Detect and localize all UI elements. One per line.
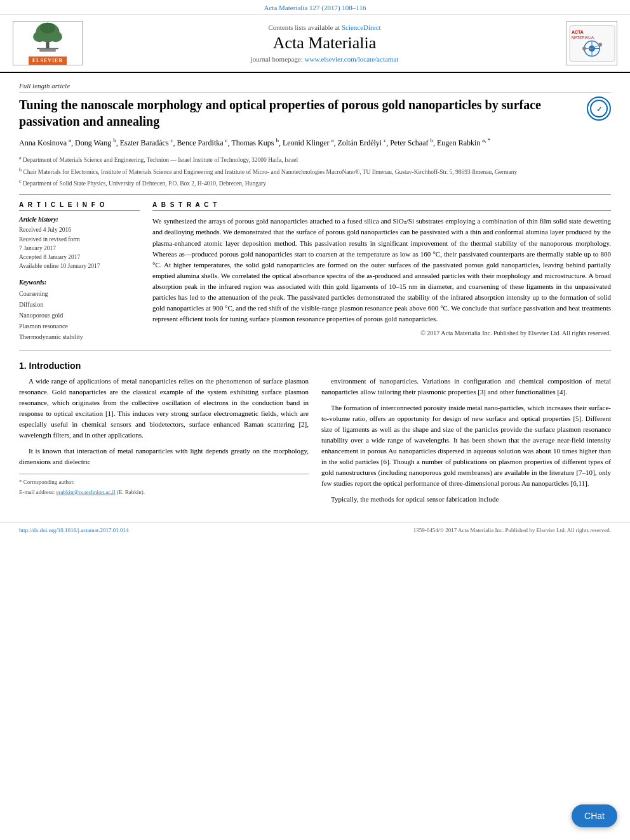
intro-col-right: environment of nanoparticles. Variations… xyxy=(321,376,611,510)
keywords-list: Coarsening Diffusion Nanoporous gold Pla… xyxy=(19,288,140,342)
svg-text:✓: ✓ xyxy=(596,105,602,113)
article-history-label: Article history: xyxy=(19,216,140,223)
info-abstract-section: A R T I C L E I N F O Article history: R… xyxy=(19,201,611,342)
footnote-area: * Corresponding author. E-mail address: … xyxy=(19,474,309,497)
svg-point-4 xyxy=(40,23,55,34)
chat-button[interactable]: CHat xyxy=(572,804,617,827)
intro-col-left: A wide range of applications of metal na… xyxy=(19,376,309,510)
available-online-date: Available online 10 January 2017 xyxy=(19,262,140,270)
svg-text:MATERIALIA: MATERIALIA xyxy=(572,35,594,39)
acta-logo-box: ACTA MATERIALIA xyxy=(566,21,617,65)
page: Acta Materialia 127 (2017) 108–116 xyxy=(0,0,630,840)
journal-citation-bar: Acta Materialia 127 (2017) 108–116 xyxy=(0,0,630,15)
article-type-label: Full length article xyxy=(19,82,611,93)
journal-center-header: Contents lists available at ScienceDirec… xyxy=(89,23,560,63)
article-title: Tuning the nanoscale morphology and opti… xyxy=(19,97,580,130)
article-body: Full length article Tuning the nanoscale… xyxy=(0,73,630,523)
issn-copyright: 1359-6454/© 2017 Acta Materialia Inc. Pu… xyxy=(413,527,611,533)
elsevier-tree-icon xyxy=(16,22,79,54)
crossmark-icon: ✓ xyxy=(589,99,608,118)
contents-available-line: Contents lists available at ScienceDirec… xyxy=(89,23,560,31)
affiliations: a Department of Materials Science and En… xyxy=(19,154,611,188)
elsevier-logo-area: ELSEVIER xyxy=(13,21,89,65)
page-footer: http://dx.doi.org/10.1016/j.actamat.2017… xyxy=(0,523,630,537)
journal-homepage-link[interactable]: www.elsevier.com/locate/actamat xyxy=(305,55,399,63)
keywords-label: Keywords: xyxy=(19,279,140,286)
abstract-header: A B S T R A C T xyxy=(152,201,611,211)
keyword-item: Coarsening xyxy=(19,288,140,299)
keyword-item: Thermodynamic stability xyxy=(19,331,140,342)
journal-citation: Acta Materialia 127 (2017) 108–116 xyxy=(264,4,366,11)
keyword-item: Diffusion xyxy=(19,299,140,310)
corresponding-author-note: * Corresponding author. xyxy=(19,478,309,487)
authors-line: Anna Kosinova a, Dong Wang b, Eszter Bar… xyxy=(19,136,611,149)
section-divider xyxy=(19,194,611,195)
acta-materialia-icon: ACTA MATERIALIA xyxy=(568,23,616,64)
received-revised-date: Received in revised form7 January 2017 xyxy=(19,235,140,253)
homepage-line: journal homepage: www.elsevier.com/locat… xyxy=(89,55,560,63)
section-divider-2 xyxy=(19,350,611,350)
article-info-header: A R T I C L E I N F O xyxy=(19,201,140,211)
sciencedirect-link[interactable]: ScienceDirect xyxy=(342,23,381,31)
intro-para-r2: The formation of interconnected porosity… xyxy=(321,403,611,489)
intro-para-2: It is known that interaction of metal na… xyxy=(19,446,309,467)
author-email-link[interactable]: erabkin@tx.technion.ac.il xyxy=(56,489,115,495)
keywords-section: Keywords: Coarsening Diffusion Nanoporou… xyxy=(19,279,140,342)
intro-para-r3: Typically, the methods for optical senso… xyxy=(321,494,611,505)
affiliation-a: a Department of Materials Science and En… xyxy=(19,154,611,164)
accepted-date: Accepted 8 January 2017 xyxy=(19,253,140,262)
article-title-row: Tuning the nanoscale morphology and opti… xyxy=(19,97,611,130)
doi-link[interactable]: http://dx.doi.org/10.1016/j.actamat.2017… xyxy=(19,527,129,533)
abstract-col: A B S T R A C T We synthesized the array… xyxy=(152,201,611,342)
introduction-body: A wide range of applications of metal na… xyxy=(19,376,611,510)
affiliation-c: c Department of Solid State Physics, Uni… xyxy=(19,178,611,188)
journal-header: ELSEVIER Contents lists available at Sci… xyxy=(0,15,630,73)
received-date: Received 4 July 2016 xyxy=(19,225,140,234)
svg-text:ACTA: ACTA xyxy=(572,29,584,34)
keyword-item: Plasmon resonance xyxy=(19,321,140,331)
article-info-col: A R T I C L E I N F O Article history: R… xyxy=(19,201,140,342)
journal-title: Acta Materialia xyxy=(89,34,560,53)
svg-point-3 xyxy=(50,31,62,42)
elsevier-logo-box: ELSEVIER xyxy=(13,21,83,65)
abstract-paragraph: We synthesized the arrays of porous gold… xyxy=(152,216,611,324)
affiliation-b: b Chair Materials for Electronics, Insti… xyxy=(19,166,611,177)
keyword-item: Nanoporous gold xyxy=(19,310,140,321)
elsevier-wordmark: ELSEVIER xyxy=(29,57,67,65)
section-1-title: 1. Introduction xyxy=(19,361,611,371)
copyright-line: © 2017 Acta Materialia Inc. Published by… xyxy=(152,328,611,338)
email-note: E-mail address: erabkin@tx.technion.ac.i… xyxy=(19,488,309,497)
svg-rect-6 xyxy=(39,49,56,52)
intro-para-1: A wide range of applications of metal na… xyxy=(19,376,309,441)
intro-para-r1: environment of nanoparticles. Variations… xyxy=(321,376,611,397)
abstract-text: We synthesized the arrays of porous gold… xyxy=(152,216,611,338)
acta-logo-area: ACTA MATERIALIA xyxy=(560,21,617,65)
crossmark-badge[interactable]: ✓ xyxy=(587,97,611,121)
svg-point-2 xyxy=(33,31,46,42)
